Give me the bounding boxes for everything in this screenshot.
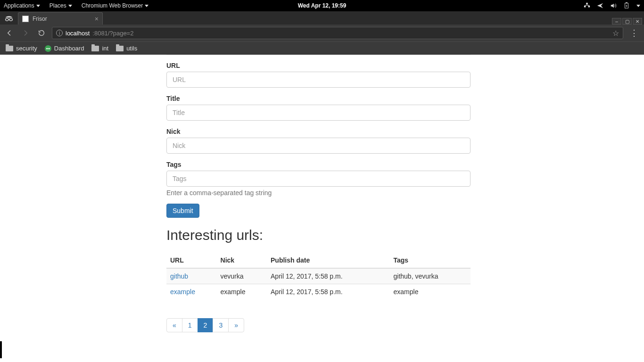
decoration <box>0 341 2 358</box>
page-2[interactable]: 2 <box>198 318 214 332</box>
chevron-down-icon <box>145 5 149 7</box>
nick-label: Nick <box>166 128 471 135</box>
battery-icon[interactable] <box>623 2 630 9</box>
window-menu[interactable]: Chromium Web Browser <box>82 2 149 9</box>
page-next[interactable]: » <box>228 318 244 332</box>
desktop-top-bar: Applications Places Chromium Web Browser… <box>0 0 644 11</box>
page-icon <box>22 16 29 22</box>
window-menu-label: Chromium Web Browser <box>82 2 143 9</box>
page-prev[interactable]: « <box>166 318 182 332</box>
chevron-down-icon <box>68 5 72 7</box>
table-row: example example April 12, 2017, 5:58 p.m… <box>166 284 471 300</box>
places-menu[interactable]: Places <box>50 2 72 9</box>
url-host: localhost <box>66 30 90 37</box>
window-maximize-button[interactable]: ▢ <box>622 18 632 25</box>
bookmark-utils[interactable]: utils <box>116 45 137 52</box>
places-label: Places <box>50 2 66 9</box>
col-tags: Tags <box>390 253 471 268</box>
window-close-button[interactable]: ✕ <box>633 18 642 25</box>
back-button[interactable] <box>4 27 15 39</box>
svg-rect-4 <box>626 2 627 3</box>
cell-tags: example <box>390 284 471 300</box>
tab-title: Frisor <box>33 16 47 22</box>
cell-nick: vevurka <box>217 268 267 284</box>
bookmark-label: security <box>16 45 37 52</box>
divider <box>166 55 471 55</box>
bookmark-label: Dashboard <box>54 45 84 52</box>
dashboard-icon: ●● <box>45 45 51 52</box>
volume-icon[interactable] <box>610 2 617 9</box>
bookmark-security[interactable]: security <box>6 45 37 52</box>
system-menu-icon[interactable] <box>636 5 640 7</box>
svg-point-5 <box>6 18 9 21</box>
url-link[interactable]: github <box>170 272 188 280</box>
url-link[interactable]: example <box>170 288 195 296</box>
pagination: « 1 2 3 » <box>166 318 244 332</box>
title-input[interactable] <box>166 105 471 121</box>
url-path: :8081/?page=2 <box>92 30 133 37</box>
page-viewport[interactable]: URL Title Nick Tags Enter a comma-separa… <box>0 55 644 362</box>
svg-rect-1 <box>588 6 590 8</box>
page-1[interactable]: 1 <box>182 318 198 332</box>
browser-tab[interactable]: Frisor × <box>18 12 103 25</box>
chevron-down-icon <box>36 5 40 7</box>
page-3[interactable]: 3 <box>213 318 229 332</box>
address-bar[interactable]: i localhost:8081/?page=2 ☆ <box>52 27 623 39</box>
airplane-icon[interactable] <box>597 2 603 9</box>
bookmarks-bar: security ●●Dashboard int utils <box>0 41 644 55</box>
col-nick: Nick <box>217 253 267 268</box>
forward-button[interactable] <box>20 27 31 39</box>
url-label: URL <box>166 62 471 69</box>
close-tab-icon[interactable]: × <box>95 15 99 23</box>
cell-date: April 12, 2017, 5:58 p.m. <box>267 268 389 284</box>
tab-strip: Frisor × – ▢ ✕ <box>0 11 644 25</box>
folder-icon <box>6 46 13 51</box>
svg-rect-0 <box>584 6 586 8</box>
svg-rect-2 <box>586 3 588 5</box>
bookmark-dashboard[interactable]: ●●Dashboard <box>45 45 84 52</box>
bookmark-label: int <box>102 45 108 52</box>
browser-menu-button[interactable]: ⋮ <box>628 28 640 38</box>
window-minimize-button[interactable]: – <box>612 18 621 25</box>
browser-chrome: Frisor × – ▢ ✕ i localhost:8081/?page=2 … <box>0 11 644 55</box>
reload-button[interactable] <box>36 27 47 39</box>
nick-input[interactable] <box>166 138 471 154</box>
col-url: URL <box>166 253 217 268</box>
bookmark-int[interactable]: int <box>91 45 108 52</box>
site-info-icon[interactable]: i <box>56 30 63 36</box>
tags-input[interactable] <box>166 171 471 187</box>
applications-label: Applications <box>4 2 34 9</box>
network-icon[interactable] <box>584 2 590 9</box>
browser-toolbar: i localhost:8081/?page=2 ☆ ⋮ <box>0 25 644 41</box>
tags-help-text: Enter a comma-separated tag string <box>166 189 471 197</box>
svg-point-6 <box>9 18 13 21</box>
col-date: Publish date <box>267 253 389 268</box>
cell-tags: github, vevurka <box>390 268 471 284</box>
tags-label: Tags <box>166 161 471 168</box>
title-label: Title <box>166 95 471 102</box>
cell-nick: example <box>217 284 267 300</box>
bookmark-label: utils <box>126 45 137 52</box>
incognito-icon <box>0 12 18 25</box>
url-input[interactable] <box>166 72 471 88</box>
submit-button[interactable]: Submit <box>166 204 199 218</box>
table-row: github vevurka April 12, 2017, 5:58 p.m.… <box>166 268 471 284</box>
table-header-row: URL Nick Publish date Tags <box>166 253 471 268</box>
bookmark-star-icon[interactable]: ☆ <box>612 29 619 38</box>
applications-menu[interactable]: Applications <box>4 2 40 9</box>
urls-table: URL Nick Publish date Tags github vevurk… <box>166 253 471 299</box>
section-heading: Interesting urls: <box>166 227 471 243</box>
folder-icon <box>116 46 124 51</box>
clock: Wed Apr 12, 19:59 <box>298 2 347 9</box>
folder-icon <box>91 46 99 51</box>
cell-date: April 12, 2017, 5:58 p.m. <box>267 284 389 300</box>
